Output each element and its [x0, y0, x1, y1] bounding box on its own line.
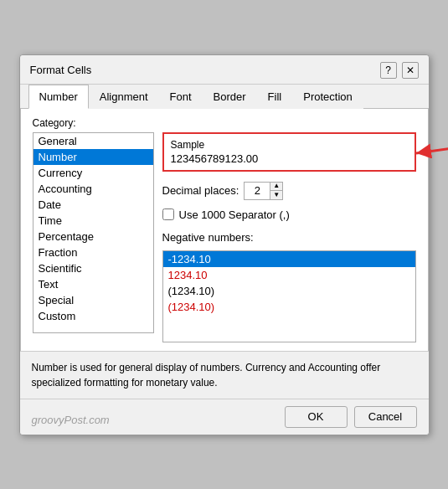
tab-border[interactable]: Border	[203, 85, 257, 109]
category-item-percentage[interactable]: Percentage	[33, 229, 153, 244]
format-cells-dialog: Format Cells ? ✕ Number Alignment Font B…	[19, 54, 430, 435]
category-item-number[interactable]: Number	[33, 149, 153, 165]
category-item-time[interactable]: Time	[33, 213, 153, 229]
decimal-input-wrapper: ▲ ▼	[244, 182, 283, 200]
category-item-accounting[interactable]: Accounting	[33, 181, 153, 197]
title-bar: Format Cells ? ✕	[20, 55, 429, 85]
tab-bar: Number Alignment Font Border Fill Protec…	[20, 85, 429, 109]
red-arrow	[412, 141, 449, 166]
decimal-row: Decimal places: ▲ ▼	[162, 182, 416, 200]
sample-area: Sample 123456789123.00	[162, 132, 416, 172]
sample-label: Sample	[171, 139, 408, 151]
category-item-date[interactable]: Date	[33, 197, 153, 213]
category-label: Category:	[33, 117, 416, 129]
dialog-footer: groovyPost.com OK Cancel	[20, 399, 429, 435]
decimal-label: Decimal places:	[162, 184, 239, 197]
decimal-spinner: ▲ ▼	[270, 183, 282, 199]
negative-numbers-list[interactable]: -1234.10 1234.10 (1234.10) (1234.10)	[162, 250, 416, 342]
watermark-text: groovyPost.com	[32, 414, 110, 426]
close-button[interactable]: ✕	[402, 62, 419, 79]
svg-line-1	[416, 147, 449, 153]
help-button[interactable]: ?	[380, 62, 397, 79]
ok-button[interactable]: OK	[285, 406, 348, 428]
dialog-title: Format Cells	[30, 64, 92, 76]
separator-row: Use 1000 Separator (,)	[162, 208, 416, 221]
separator-checkbox[interactable]	[162, 208, 174, 220]
category-list[interactable]: General Number Currency Accounting Date …	[33, 132, 154, 333]
neg-item-2[interactable]: 1234.10	[163, 267, 415, 283]
description-text: Number is used for general display of nu…	[32, 362, 381, 389]
tab-font[interactable]: Font	[159, 85, 203, 109]
sample-box: Sample 123456789123.00	[162, 132, 416, 172]
neg-item-1[interactable]: -1234.10	[163, 251, 415, 267]
category-item-currency[interactable]: Currency	[33, 165, 153, 181]
category-item-general[interactable]: General	[33, 133, 153, 149]
category-item-custom[interactable]: Custom	[33, 308, 153, 324]
category-item-special[interactable]: Special	[33, 292, 153, 308]
negative-numbers-label: Negative numbers:	[162, 231, 416, 244]
separator-label: Use 1000 Separator (,)	[179, 208, 290, 221]
title-bar-buttons: ? ✕	[380, 62, 419, 79]
neg-item-4[interactable]: (1234.10)	[163, 299, 415, 315]
category-item-scientific[interactable]: Scientific	[33, 260, 153, 276]
tab-number[interactable]: Number	[28, 85, 89, 109]
description-area: Number is used for general display of nu…	[20, 351, 429, 399]
cancel-button[interactable]: Cancel	[354, 406, 417, 428]
category-item-text[interactable]: Text	[33, 276, 153, 292]
dialog-body: Category: General Number Currency Accoun…	[20, 109, 429, 351]
decimal-input[interactable]	[245, 183, 270, 199]
sample-value: 123456789123.00	[171, 152, 408, 165]
category-item-fraction[interactable]: Fraction	[33, 244, 153, 260]
neg-item-3[interactable]: (1234.10)	[163, 283, 415, 299]
decimal-spin-up[interactable]: ▲	[270, 183, 282, 191]
main-content: General Number Currency Accounting Date …	[33, 132, 416, 342]
right-panel: Sample 123456789123.00	[162, 132, 416, 342]
tab-alignment[interactable]: Alignment	[89, 85, 159, 109]
tab-fill[interactable]: Fill	[257, 85, 293, 109]
decimal-spin-down[interactable]: ▼	[270, 191, 282, 199]
tab-protection[interactable]: Protection	[292, 85, 363, 109]
